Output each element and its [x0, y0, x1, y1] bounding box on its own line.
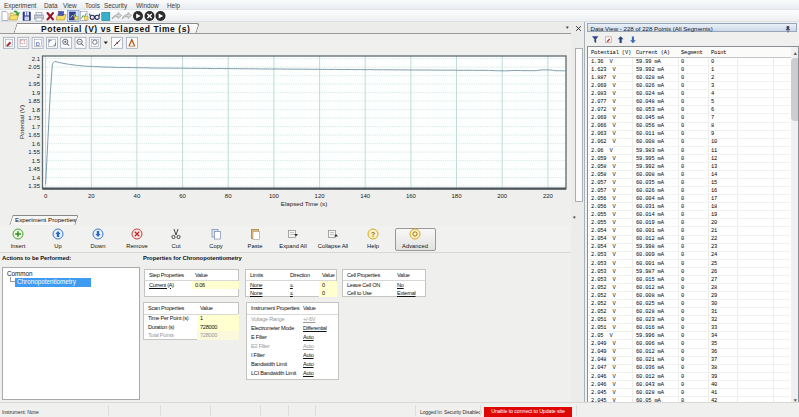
- svg-text:?: ?: [371, 230, 376, 239]
- svg-text:1.95: 1.95: [28, 81, 40, 87]
- svg-text:1.65: 1.65: [28, 132, 40, 138]
- svg-text:20: 20: [88, 193, 95, 199]
- svg-text:Elapsed Time (s): Elapsed Time (s): [281, 200, 327, 207]
- svg-text:1.5: 1.5: [32, 158, 41, 164]
- svg-text:220: 220: [543, 193, 554, 199]
- svg-text:1.4: 1.4: [32, 175, 41, 181]
- svg-text:1.7: 1.7: [32, 124, 41, 130]
- svg-text:1.9: 1.9: [32, 90, 41, 96]
- svg-text:60: 60: [179, 193, 186, 199]
- svg-text:100: 100: [269, 193, 280, 199]
- svg-text:1.45: 1.45: [28, 166, 40, 172]
- svg-text:1.85: 1.85: [28, 98, 40, 104]
- svg-text:1.35: 1.35: [28, 183, 40, 189]
- svg-text:120: 120: [315, 193, 326, 199]
- svg-text:160: 160: [406, 193, 417, 199]
- svg-text:2.1: 2.1: [32, 56, 41, 62]
- svg-text:200: 200: [497, 193, 508, 199]
- svg-text:1.8: 1.8: [32, 107, 41, 113]
- svg-text:1.6: 1.6: [32, 141, 41, 147]
- svg-text:40: 40: [134, 193, 141, 199]
- svg-text:2.05: 2.05: [28, 64, 40, 70]
- svg-text:80: 80: [225, 193, 232, 199]
- svg-text:Potential (V): Potential (V): [18, 105, 25, 139]
- svg-text:1.75: 1.75: [28, 115, 40, 121]
- svg-text:180: 180: [451, 193, 462, 199]
- svg-text:1.55: 1.55: [28, 149, 40, 155]
- svg-text:140: 140: [360, 193, 371, 199]
